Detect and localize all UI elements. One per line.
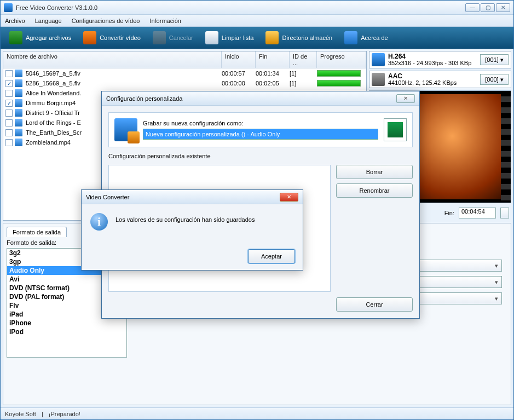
file-icon: [15, 139, 22, 146]
floppy-icon: [388, 122, 403, 137]
menu-config[interactable]: Configuraciones de vídeo: [72, 18, 140, 24]
video-codec-panel: H.264352x316 - 24.993fps - 303 KBp [001]…: [369, 51, 511, 68]
file-icon: [15, 109, 22, 117]
output-dir-button[interactable]: Directorio almacén: [260, 29, 338, 47]
add-files-button[interactable]: Agregar archivos: [4, 29, 77, 47]
clean-icon: [205, 31, 218, 44]
minimize-button[interactable]: —: [465, 3, 480, 12]
message-titlebar: Video Converter ✕: [82, 190, 303, 204]
delete-config-button[interactable]: Borrar: [336, 165, 413, 179]
audio-codec-detail: 44100Hz, 2, 125.42 KBps: [388, 79, 457, 86]
close-dialog-button[interactable]: Cerrar: [336, 297, 413, 312]
row-checkbox[interactable]: [5, 90, 13, 97]
config-icon: [114, 118, 137, 141]
stream-id: [1]: [290, 80, 317, 87]
format-option[interactable]: iPod: [7, 327, 126, 336]
end-time-label: Fin:: [444, 210, 454, 216]
dialog-title: Configuración personalizada: [106, 95, 396, 102]
config-name-input[interactable]: [143, 129, 378, 140]
titlebar: Free Video Converter V3.1.0.0 — ▢ ✕: [1, 1, 513, 15]
accept-button[interactable]: Aceptar: [248, 249, 295, 263]
video-codec-name: H.264: [388, 53, 477, 60]
save-config-button[interactable]: [384, 118, 407, 141]
audio-codec-panel: AAC44100Hz, 2, 125.42 KBps [000] ▾: [369, 71, 511, 88]
vendor-label: Koyote Soft: [5, 411, 36, 417]
file-icon: [15, 79, 22, 87]
save-config-box: Grabar su nueva configuración como:: [108, 112, 413, 147]
status-bar: Koyote Soft | ¡Preparado!: [1, 407, 513, 419]
dialog-close-button[interactable]: ✕: [396, 94, 415, 103]
menu-archivo[interactable]: Archivo: [5, 18, 25, 24]
convert-icon: [83, 31, 96, 44]
menu-info[interactable]: Información: [149, 18, 181, 24]
row-checkbox[interactable]: [5, 129, 13, 136]
format-tab[interactable]: Formato de salida: [7, 227, 67, 237]
rename-config-button[interactable]: Renombrar: [336, 183, 413, 198]
video-stream-select[interactable]: [001] ▾: [480, 54, 509, 65]
header-id[interactable]: ID de ...: [290, 51, 317, 68]
progress-cell: [317, 70, 366, 77]
file-icon: [15, 99, 22, 107]
file-name: 5046_15697_a_5.flv: [25, 70, 222, 77]
file-icon: [15, 89, 22, 97]
info-icon: i: [90, 213, 108, 231]
row-checkbox[interactable]: [5, 119, 13, 126]
row-checkbox[interactable]: ✓: [5, 80, 13, 87]
header-name[interactable]: Nombre de archivo: [3, 51, 222, 68]
convert-button[interactable]: Convertir vídeo: [78, 29, 146, 47]
table-row[interactable]: ✓5286_15669_a_5.flv00:00:0000:02:05[1]: [3, 78, 366, 88]
file-icon: [15, 129, 22, 136]
progress-bar: [317, 80, 361, 87]
add-icon: [9, 31, 22, 44]
existing-config-label: Configuración personalizada existente: [108, 153, 413, 159]
cancel-button: Cancelar: [147, 29, 199, 47]
message-close-button[interactable]: ✕: [280, 193, 298, 202]
start-time: 00:00:00: [222, 80, 256, 87]
toolbar: Agregar archivos Convertir vídeo Cancela…: [1, 27, 513, 49]
message-text: Los valores de su configuración han sido…: [115, 213, 255, 223]
about-button[interactable]: Acerca de: [339, 29, 394, 47]
dialog-titlebar: Configuración personalizada ✕: [102, 91, 419, 106]
save-as-label: Grabar su nueva configuración como:: [143, 120, 378, 126]
end-time: 00:01:34: [256, 70, 290, 77]
row-checkbox[interactable]: [5, 70, 13, 77]
row-checkbox[interactable]: ✓: [5, 100, 13, 107]
audio-stream-select[interactable]: [000] ▾: [480, 74, 509, 85]
progress-cell: [317, 80, 366, 87]
app-icon: [4, 3, 13, 12]
file-icon: [15, 119, 22, 126]
maximize-button[interactable]: ▢: [481, 3, 495, 12]
end-time-field[interactable]: 00:04:54: [459, 208, 496, 218]
header-progress[interactable]: Progreso: [317, 51, 366, 68]
cancel-icon: [153, 31, 166, 44]
close-button[interactable]: ✕: [496, 3, 510, 12]
video-icon: [372, 53, 385, 66]
end-time: 00:02:05: [256, 80, 290, 87]
video-codec-detail: 352x316 - 24.993fps - 303 KBp: [388, 60, 471, 66]
message-title: Video Converter: [86, 194, 280, 200]
audio-codec-name: AAC: [388, 73, 477, 79]
table-row[interactable]: 5046_15697_a_5.flv00:00:5700:01:34[1]: [3, 68, 366, 78]
clean-list-button[interactable]: Limpiar lista: [200, 29, 259, 47]
message-dialog: Video Converter ✕ i Los valores de su co…: [81, 189, 303, 271]
menubar: Archivo Language Configuraciones de víde…: [1, 15, 513, 27]
progress-bar: [317, 70, 361, 77]
header-end[interactable]: Fin: [256, 51, 290, 68]
row-checkbox[interactable]: [5, 110, 13, 117]
row-checkbox[interactable]: [5, 139, 13, 146]
header-start[interactable]: Inicio: [222, 51, 256, 68]
stream-id: [1]: [290, 70, 317, 77]
file-name: 5286_15669_a_5.flv: [25, 80, 222, 87]
menu-language[interactable]: Language: [35, 18, 62, 24]
audio-icon: [372, 73, 385, 86]
help-icon: [344, 31, 357, 44]
end-time-spinner[interactable]: [500, 208, 509, 218]
start-time: 00:00:57: [222, 70, 256, 77]
folder-icon: [265, 31, 279, 44]
table-header: Nombre de archivo Inicio Fin ID de ... P…: [3, 51, 366, 68]
format-option[interactable]: iPhone: [7, 319, 126, 327]
status-text: ¡Preparado!: [49, 411, 80, 417]
window-title: Free Video Converter V3.1.0.0: [16, 4, 464, 11]
file-icon: [15, 70, 22, 77]
